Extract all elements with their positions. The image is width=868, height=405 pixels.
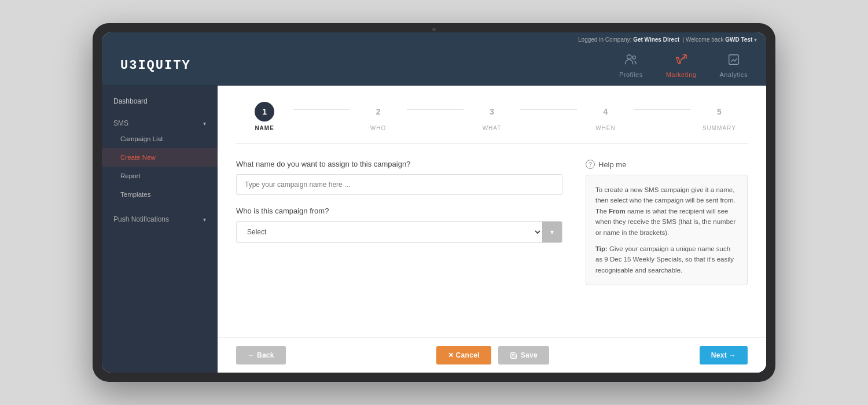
marketing-icon [675, 53, 687, 69]
help-box: To create a new SMS campaign give it a n… [586, 175, 748, 285]
help-body: To create a new SMS campaign give it a n… [595, 185, 738, 238]
back-button[interactable]: ← Back [236, 346, 286, 365]
analytics-icon [727, 53, 740, 69]
sidebar-item-dashboard[interactable]: Dashboard [102, 90, 218, 112]
form-right: ? Help me To create a new SMS campaign g… [586, 160, 748, 285]
step-2-label: WHO [370, 125, 386, 131]
form-section: What name do you want to assign to this … [236, 160, 748, 285]
sms-label: SMS [113, 119, 128, 127]
campaign-name-input[interactable] [236, 174, 562, 195]
step-1: 1 NAME [236, 102, 293, 131]
sidebar-section-sms[interactable]: SMS ▾ [102, 112, 218, 130]
step-connector-3 [520, 109, 577, 110]
header: U3IQUITY Profiles [102, 46, 766, 86]
logo: U3IQUITY [120, 58, 619, 73]
nav-bar: Profiles Marketing [619, 53, 748, 78]
step-connector-2 [407, 109, 464, 110]
step-3-label: WHAT [483, 125, 502, 131]
svg-point-0 [627, 55, 631, 59]
select-arrow-icon[interactable]: ▾ [542, 222, 562, 242]
step-2: 2 WHO [350, 102, 406, 131]
help-header: ? Help me [586, 160, 748, 169]
content-area: 1 NAME 2 WHO [218, 86, 766, 373]
step-5-label: SUMMARY [703, 125, 736, 131]
status-bar-text: Logged in Company: Get Wines Direct | We… [578, 36, 757, 43]
from-select-wrapper: Select ▾ [236, 221, 562, 243]
help-from-bold: From [609, 208, 626, 215]
step-3: 3 WHAT [464, 102, 520, 131]
sidebar-item-create-new[interactable]: Create New [102, 148, 218, 167]
sidebar-item-report[interactable]: Report [102, 167, 218, 185]
sidebar-item-templates[interactable]: Templates [102, 185, 218, 204]
from-select[interactable]: Select [237, 222, 542, 242]
sms-arrow-icon: ▾ [203, 120, 206, 127]
cancel-button[interactable]: ✕ Cancel [436, 346, 491, 365]
step-1-label: NAME [255, 125, 274, 131]
stepper: 1 NAME 2 WHO [236, 102, 748, 143]
sidebar-item-campaign-list[interactable]: Campaign List [102, 130, 218, 148]
nav-item-marketing[interactable]: Marketing [666, 53, 697, 78]
step-connector-1 [293, 109, 350, 110]
main-area: Dashboard SMS ▾ Campaign List Create New… [102, 86, 766, 373]
step-2-circle: 2 [369, 102, 388, 122]
help-tip: Tip: Give your campaign a unique name su… [595, 244, 738, 275]
dashboard-label: Dashboard [113, 97, 148, 105]
sidebar: Dashboard SMS ▾ Campaign List Create New… [102, 86, 218, 373]
push-arrow-icon: ▾ [203, 216, 206, 223]
step-1-circle: 1 [255, 102, 274, 122]
save-icon [510, 352, 517, 359]
step-4-circle: 4 [595, 102, 615, 122]
status-bar: Logged in Company: Get Wines Direct | We… [102, 32, 766, 46]
campaign-name-label: What name do you want to assign to this … [236, 160, 562, 168]
next-button[interactable]: Next → [700, 346, 748, 365]
help-icon: ? [586, 160, 595, 169]
company-name: Get Wines Direct [633, 36, 679, 43]
step-3-circle: 3 [482, 102, 502, 122]
analytics-label: Analytics [719, 71, 748, 78]
username: GWD Test [725, 36, 752, 43]
sidebar-section-push[interactable]: Push Notifications ▾ [102, 208, 218, 226]
profiles-icon [624, 53, 637, 69]
form-left: What name do you want to assign to this … [236, 160, 562, 285]
svg-point-1 [632, 56, 636, 60]
bottom-bar: ← Back ✕ Cancel Save Next → [218, 337, 766, 373]
help-title: Help me [598, 160, 626, 169]
marketing-label: Marketing [666, 71, 697, 78]
help-tip-text: Give your campaign a unique name such as… [595, 245, 734, 274]
campaign-from-label: Who is this campaign from? [236, 207, 562, 215]
content-inner: 1 NAME 2 WHO [218, 86, 766, 337]
step-5: 5 SUMMARY [691, 102, 748, 131]
step-connector-4 [634, 109, 691, 110]
push-label: Push Notifications [113, 215, 169, 223]
step-4-label: WHEN [595, 125, 616, 131]
nav-item-analytics[interactable]: Analytics [719, 53, 748, 78]
step-4: 4 WHEN [577, 102, 634, 131]
profiles-label: Profiles [619, 71, 643, 78]
help-tip-label: Tip: [595, 245, 608, 252]
nav-item-profiles[interactable]: Profiles [619, 53, 643, 78]
step-5-circle: 5 [709, 102, 729, 122]
save-button[interactable]: Save [498, 346, 549, 365]
